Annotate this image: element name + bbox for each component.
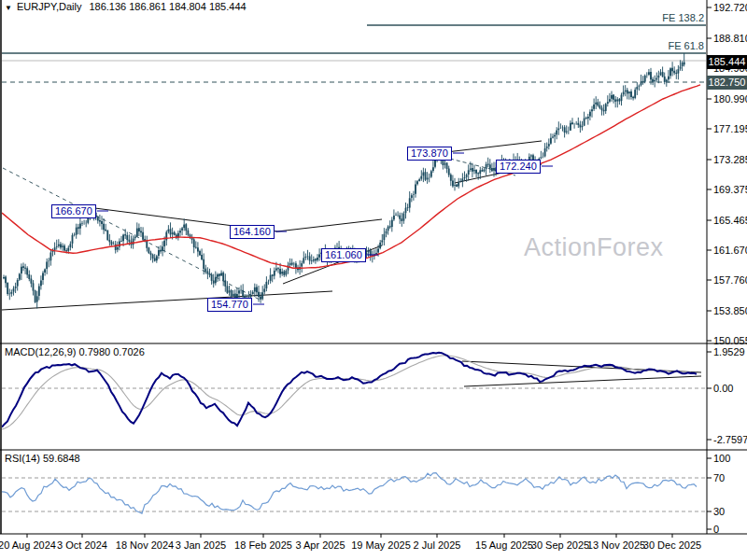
price-annotation-label[interactable]: 166.670 (51, 204, 96, 218)
price-annotation-label[interactable]: 173.870 (407, 147, 452, 161)
x-axis-date-label: 13 Nov 2025 (587, 539, 645, 551)
trading-chart-window: ▼EURJPY,Daily186.136 186.861 184.804 185… (0, 0, 747, 560)
price-axis-tick: 169.375 (713, 184, 747, 195)
fib-expansion-138-label: FE 138.2 (662, 12, 704, 23)
collapse-triangle-icon[interactable]: ▼ (5, 4, 12, 12)
x-axis-date-label: 30 Dec 2025 (643, 539, 701, 551)
price-annotation-label[interactable]: 154.770 (207, 298, 252, 312)
price-axis-tick: 157.760 (713, 274, 747, 286)
price-annotation-label[interactable]: 172.240 (496, 160, 541, 174)
watermark: ActionForex (524, 233, 664, 262)
level-price-badge: 182.750 (707, 76, 747, 90)
price-axis-tick: 150.055 (713, 335, 747, 346)
price-axis-tick: 173.285 (713, 154, 747, 165)
x-axis-date-label: 3 Apr 2025 (295, 539, 345, 551)
price-annotation-label[interactable]: 164.160 (230, 225, 275, 239)
x-axis-date-label: 18 Nov 2024 (116, 539, 174, 551)
x-axis-date-label: 2 Jul 2025 (414, 539, 461, 551)
macd-indicator-label: MACD(12,26,9) 0.7980 0.7026 (5, 346, 145, 357)
price-axis-tick: 192.720 (713, 2, 747, 13)
x-axis-date-label: 15 Aug 2025 (475, 539, 533, 551)
price-axis-tick: 180.990 (713, 93, 747, 105)
x-axis-date-label: 19 May 2025 (351, 539, 411, 551)
price-axis-tick: 188.810 (713, 33, 747, 44)
price-axis-tick: 177.195 (713, 123, 747, 134)
macd-axis-tick: 0.00 (713, 383, 733, 394)
rsi-axis-tick: 70 (713, 472, 725, 483)
chart-canvas[interactable] (0, 0, 747, 560)
x-axis-date-label: 3 Jan 2025 (176, 539, 226, 551)
price-axis-tick: 161.670 (713, 245, 747, 256)
rsi-indicator-label: RSI(14) 59.6848 (5, 453, 80, 464)
x-axis-date-label: 20 Aug 2024 (0, 539, 56, 551)
price-axis-tick: 165.465 (713, 215, 747, 226)
price-annotation-label[interactable]: 161.060 (321, 248, 366, 262)
rsi-axis-tick: 0 (713, 524, 719, 535)
ohlc-values: 186.136 186.861 184.804 185.444 (89, 1, 246, 12)
x-axis-date-label: 30 Sep 2025 (531, 539, 589, 551)
chart-title: ▼EURJPY,Daily186.136 186.861 184.804 185… (5, 1, 247, 12)
macd-axis-tick: -2.7597 (713, 434, 747, 445)
x-axis-date-label: 3 Oct 2024 (57, 539, 107, 551)
last-price-badge: 185.444 (707, 55, 747, 69)
fib-expansion-61-label: FE 61.8 (668, 40, 704, 51)
price-axis-tick: 153.850 (713, 305, 747, 316)
rsi-axis-tick: 30 (713, 506, 725, 517)
x-axis-date-label: 18 Feb 2025 (234, 539, 292, 551)
symbol-timeframe-label: EURJPY,Daily (17, 1, 82, 12)
rsi-axis-tick: 100 (713, 453, 730, 464)
macd-axis-tick: 1.9529 (713, 346, 745, 357)
